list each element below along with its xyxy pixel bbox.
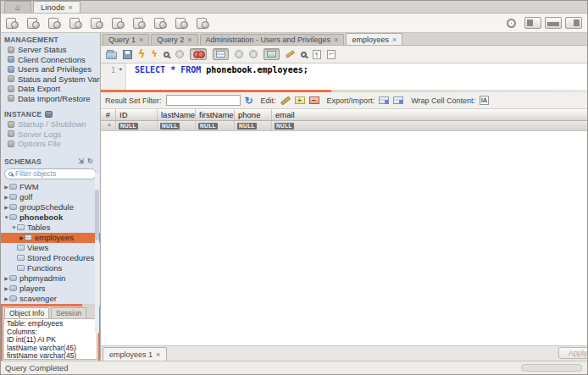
- close-icon[interactable]: ×: [156, 350, 160, 359]
- insert-record-icon[interactable]: +: [295, 97, 305, 104]
- wrap-cell-content-icon[interactable]: IA: [480, 96, 489, 105]
- result-grid-body[interactable]: [101, 131, 587, 345]
- column-header-rownum[interactable]: #: [101, 109, 116, 120]
- placeholder-row[interactable]: * NULL NULL NULL NULL NULL: [101, 121, 587, 131]
- beautify-icon[interactable]: [286, 50, 295, 58]
- schema-node-phonebook[interactable]: ▼ phonebook: [1, 212, 100, 223]
- autocommit-toggle[interactable]: [263, 48, 280, 60]
- tree-node-views[interactable]: Views: [1, 243, 100, 253]
- expand-schemas-icon[interactable]: ⇲: [78, 157, 84, 165]
- chevron-down-icon[interactable]: ▼: [11, 225, 17, 230]
- cell-firstname[interactable]: NULL: [196, 121, 235, 130]
- schema-node-players[interactable]: ▶ players: [1, 284, 100, 294]
- sidebar-item-status-variables[interactable]: Status and System Variables: [1, 74, 100, 85]
- result-filter-input[interactable]: [166, 95, 241, 106]
- close-icon[interactable]: ×: [187, 36, 191, 44]
- cell-email[interactable]: NULL: [272, 121, 587, 130]
- sql-editor[interactable]: 1 • SELECT * FROM phonebook.employees;: [101, 63, 587, 90]
- sidebar-scrollbar[interactable]: [95, 173, 99, 334]
- open-file-icon[interactable]: [106, 52, 117, 59]
- limit-rows-toggle[interactable]: [213, 48, 229, 60]
- sidebar-item-client-connections[interactable]: Client Connections: [1, 55, 100, 65]
- sidebar-toggle-right-icon[interactable]: [565, 17, 582, 29]
- import-icon[interactable]: [393, 97, 403, 104]
- chevron-right-icon[interactable]: ▶: [3, 285, 9, 291]
- tab-employees[interactable]: employees ×: [346, 33, 402, 45]
- tab-session[interactable]: Session: [51, 307, 86, 318]
- column-header-lastname[interactable]: lastName: [158, 109, 196, 120]
- preferences-icon[interactable]: [197, 17, 209, 29]
- new-sql-tab-icon[interactable]: [6, 17, 19, 29]
- invisible-chars-icon[interactable]: ¶: [313, 50, 321, 59]
- refresh-icon[interactable]: ↻: [245, 96, 253, 106]
- tree-node-tables[interactable]: ▼ Tables: [1, 223, 100, 233]
- tab-object-info[interactable]: Object Info: [4, 307, 49, 318]
- close-icon[interactable]: ×: [334, 36, 338, 44]
- delete-record-icon[interactable]: −: [309, 97, 319, 104]
- sidebar-item-server-status[interactable]: Server Status: [1, 45, 100, 55]
- sidebar-item-users-privileges[interactable]: Users and Privileges: [1, 64, 100, 74]
- refresh-schemas-icon[interactable]: ↻: [87, 157, 93, 165]
- cell-lastname[interactable]: NULL: [158, 121, 196, 130]
- sidebar-item-data-import[interactable]: Data Import/Restore: [1, 94, 100, 104]
- chevron-down-icon[interactable]: ▼: [3, 215, 9, 220]
- statusbar-scrollbar-thumb[interactable]: [521, 364, 582, 372]
- chevron-right-icon[interactable]: ▶: [3, 204, 9, 210]
- chevron-right-icon[interactable]: ▶: [3, 194, 9, 200]
- sidebar-toggle-left-icon[interactable]: [524, 17, 541, 29]
- schema-node-golf[interactable]: ▶ golf: [1, 192, 100, 202]
- chevron-right-icon[interactable]: ▶: [3, 295, 9, 301]
- database-status-icon[interactable]: [48, 17, 61, 29]
- tab-query-2[interactable]: Query 2 ×: [151, 34, 197, 45]
- schema-node-phpmyadmin[interactable]: ▶ phpmyadmin: [1, 273, 100, 284]
- new-view-icon[interactable]: [133, 17, 146, 29]
- column-header-firstname[interactable]: firstName: [196, 109, 235, 120]
- chevron-right-icon[interactable]: ▶: [3, 184, 9, 190]
- export-icon[interactable]: [379, 97, 389, 104]
- apply-button[interactable]: Apply: [558, 347, 587, 359]
- tab-administration-users[interactable]: Administration - Users and Privileges ×: [200, 34, 345, 45]
- scrollbar-thumb[interactable]: [95, 190, 99, 240]
- tree-node-stored-procedures[interactable]: Stored Procedures: [1, 253, 100, 263]
- column-header-id[interactable]: ID: [116, 109, 158, 120]
- new-schema-icon[interactable]: [91, 17, 103, 29]
- close-icon[interactable]: ×: [69, 3, 73, 12]
- cell-phone[interactable]: NULL: [235, 121, 272, 130]
- explain-icon[interactable]: [164, 52, 169, 58]
- sidebar-item-startup-shutdown[interactable]: Startup / Shutdown: [1, 119, 100, 130]
- new-connection-icon[interactable]: [69, 17, 82, 29]
- schema-filter-input[interactable]: [15, 169, 92, 178]
- tree-node-functions[interactable]: Functions: [1, 263, 100, 273]
- schema-node-scavenger[interactable]: ▶ scavenger: [1, 294, 100, 304]
- close-icon[interactable]: ×: [139, 36, 143, 44]
- edit-record-icon[interactable]: [280, 96, 291, 105]
- new-table-icon[interactable]: [112, 17, 125, 29]
- tab-query-1[interactable]: Query 1 ×: [103, 34, 149, 45]
- sql-code-line[interactable]: SELECT * FROM phonebook.employees;: [126, 63, 308, 90]
- sidebar-item-options-file[interactable]: Options File: [1, 139, 100, 149]
- new-procedure-icon[interactable]: [154, 17, 167, 29]
- sidebar-item-server-logs[interactable]: Server Logs: [1, 130, 100, 140]
- chevron-right-icon[interactable]: ▶: [19, 234, 25, 240]
- tab-result-employees-1[interactable]: employees 1 ×: [103, 347, 167, 361]
- stop-on-error-toggle[interactable]: [190, 48, 207, 60]
- column-header-phone[interactable]: phone: [235, 109, 272, 120]
- schema-node-fwm[interactable]: ▶ FWM: [1, 182, 100, 192]
- tree-node-employees[interactable]: ▶ employees: [1, 233, 100, 243]
- save-icon[interactable]: [123, 50, 132, 59]
- find-icon[interactable]: [301, 52, 307, 58]
- open-sql-script-icon[interactable]: [27, 17, 40, 29]
- close-icon[interactable]: ×: [392, 36, 397, 44]
- cell-id[interactable]: NULL: [116, 121, 158, 130]
- connection-tab-linode[interactable]: Linode ×: [33, 1, 80, 13]
- column-header-email[interactable]: email: [272, 109, 587, 120]
- chevron-right-icon[interactable]: ▶: [3, 275, 9, 281]
- execute-current-icon[interactable]: ϟ: [152, 49, 158, 59]
- sidebar-item-data-export[interactable]: Data Export: [1, 84, 100, 94]
- home-tab[interactable]: ⌂: [4, 1, 31, 13]
- panel-toggle-bottom-icon[interactable]: [545, 17, 562, 29]
- execute-lightning-icon[interactable]: ϟ: [138, 49, 146, 59]
- search-table-data-icon[interactable]: [175, 17, 188, 29]
- schema-node-groupschedule[interactable]: ▶ groupSchedule: [1, 202, 100, 212]
- wrap-text-icon[interactable]: ↩: [327, 50, 336, 59]
